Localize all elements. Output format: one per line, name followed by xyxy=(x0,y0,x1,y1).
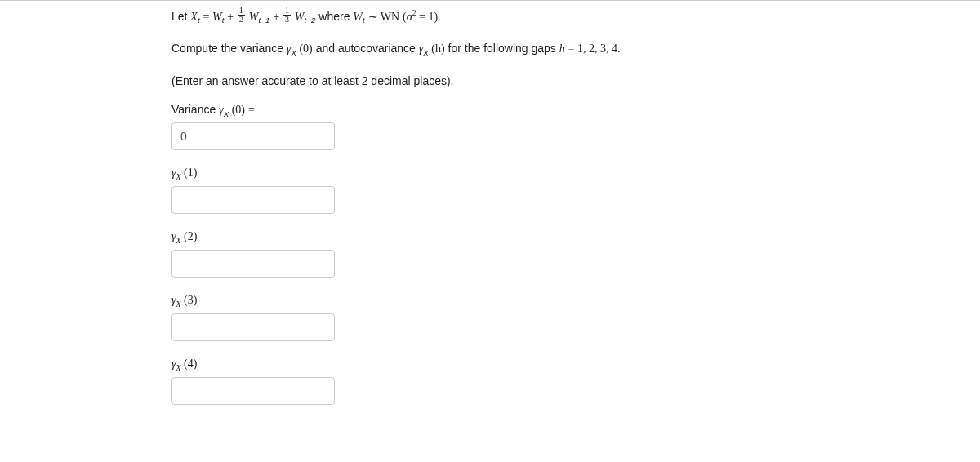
sym-X: X xyxy=(190,11,198,23)
frac-third: 13 xyxy=(283,7,291,24)
text-compute: Compute the variance xyxy=(172,42,287,55)
arg-0-v: (0) xyxy=(229,104,245,116)
label-variance-prefix: Variance xyxy=(172,103,219,116)
gamma-4-label: γX (4) xyxy=(172,358,947,372)
arg-0: (0) xyxy=(296,42,313,55)
text-where: where xyxy=(318,10,353,23)
sym-h: h xyxy=(559,42,565,55)
sym-plus2: + xyxy=(273,11,282,23)
sub-t: t xyxy=(198,16,200,24)
gamma-2-group: γX (2) xyxy=(172,230,947,278)
gamma-2-input[interactable] xyxy=(172,250,335,278)
sub-t1: t xyxy=(222,16,225,24)
list-h: = 1, 2, 3, 4. xyxy=(568,42,621,55)
gamma-1-label: γX (1) xyxy=(172,167,947,181)
sym-sim: ∼ xyxy=(368,11,381,23)
sym-sigma: σ xyxy=(407,11,412,23)
gamma-3-label: γX (3) xyxy=(172,294,947,309)
sym-W4: W xyxy=(353,11,363,23)
arg-3: (3) xyxy=(184,294,197,306)
gamma-4-input[interactable] xyxy=(172,377,335,405)
sub-X-3: X xyxy=(176,300,181,309)
sym-plus1: + xyxy=(227,11,236,23)
sub-tm1: t−1 xyxy=(258,16,270,24)
label-variance-suffix: = xyxy=(248,104,255,116)
precision-note: (Enter an answer accurate to at least 2 … xyxy=(172,73,947,90)
eq-one: = 1). xyxy=(416,11,441,23)
text-and: and autocovariance xyxy=(316,42,419,55)
instruction-line-1: Compute the variance γX (0) and autocova… xyxy=(172,40,947,59)
sub-tm2: t−2 xyxy=(304,16,315,24)
arg-h: (h) xyxy=(429,42,445,55)
sub-X-4: X xyxy=(176,363,181,372)
sub-t2: t xyxy=(363,16,365,24)
sub-X-2b: X xyxy=(176,236,181,245)
gamma-1-group: γX (1) xyxy=(172,167,947,214)
text-gaps: for the following gaps xyxy=(448,42,559,55)
sym-W2: W xyxy=(249,11,259,23)
gamma-3-group: γX (3) xyxy=(172,294,947,341)
frac-half: 12 xyxy=(238,7,245,24)
arg-2: (2) xyxy=(184,230,197,242)
variance-label: Variance γX (0) = xyxy=(172,103,947,118)
arg-1: (1) xyxy=(184,167,197,179)
sub-X-1: X xyxy=(176,172,181,181)
gamma-4-group: γX (4) xyxy=(172,358,947,405)
gamma-2-label: γX (2) xyxy=(172,230,947,245)
gamma-3-input[interactable] xyxy=(172,313,335,341)
variance-input[interactable] xyxy=(172,122,335,150)
arg-4: (4) xyxy=(184,358,197,370)
gamma-1-input[interactable] xyxy=(172,186,335,214)
equation-line: Let Xt = Wt + 12 Wt−1 + 13 Wt−2 where Wt… xyxy=(172,7,947,27)
sym-WN: WN xyxy=(381,11,399,23)
sym-W1: W xyxy=(212,11,222,23)
sym-W3: W xyxy=(295,11,305,23)
text-let: Let xyxy=(172,10,190,23)
sym-eq: = xyxy=(203,11,212,23)
variance-group: Variance γX (0) = xyxy=(172,103,947,151)
question-body: Let Xt = Wt + 12 Wt−1 + 13 Wt−2 where Wt… xyxy=(0,7,980,405)
